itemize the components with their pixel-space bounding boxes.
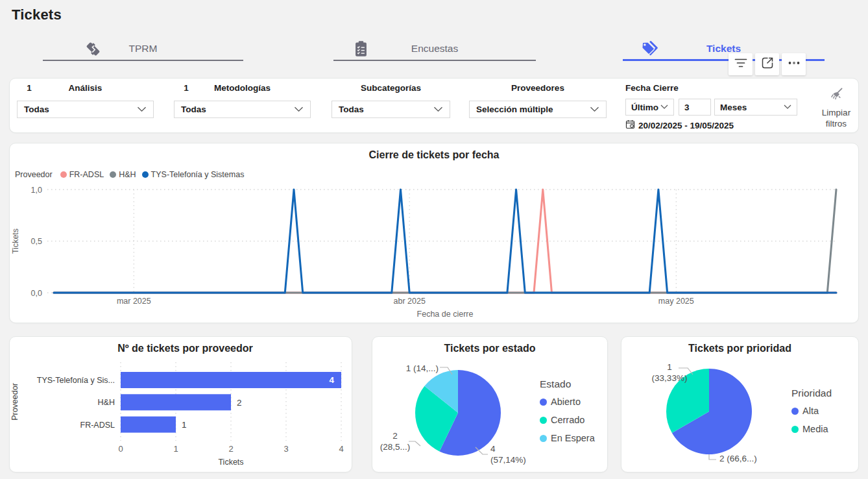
- popout-button[interactable]: [755, 53, 779, 75]
- legend-title: Prioridad: [791, 387, 832, 399]
- clear-filters-label-1: Limpiar: [814, 107, 858, 118]
- filter-icon: [734, 56, 748, 73]
- chevron-down-icon: [137, 106, 147, 112]
- legend-dot: [540, 435, 547, 442]
- pie-estado-callout-enespera: 1 (14,...): [372, 363, 439, 374]
- date-filter: Fecha Cierre Último 3 Meses: [625, 79, 807, 134]
- broom-icon: [828, 86, 844, 104]
- chevron-down-icon: [784, 104, 791, 110]
- pie-estado-callout-cerrado: 2 (28,5...): [375, 430, 415, 452]
- svg-text:1,0: 1,0: [31, 186, 42, 195]
- svg-text:3: 3: [283, 444, 288, 454]
- svg-text:Tickets: Tickets: [218, 458, 243, 467]
- svg-text:0,5: 0,5: [31, 237, 42, 246]
- legend-label: En Espera: [551, 433, 595, 443]
- pie-prioridad-card: Tickets por prioridad 1 (33,33%) 2 (66,6…: [621, 336, 859, 473]
- slicer-analisis: 1 Análisis Todas: [17, 79, 154, 134]
- slicer-subcategorias: Subcategorías Todas: [332, 79, 450, 134]
- fecha-cierre-label: Fecha Cierre: [625, 83, 679, 93]
- proveedores-select[interactable]: Selección múltiple: [469, 101, 607, 118]
- fecha-unit-value: Meses: [720, 103, 747, 112]
- slicer-proveedores: Proveedores Selección múltiple: [469, 79, 607, 134]
- line-chart-card: Cierre de tickets por fecha Proveedor FR…: [9, 143, 859, 323]
- svg-text:may 2025: may 2025: [658, 297, 694, 306]
- fecha-unit-select[interactable]: Meses: [714, 99, 797, 116]
- line-chart-plot[interactable]: 0,00,51,0mar 2025abr 2025may 2025Fecha d…: [10, 143, 860, 324]
- metodologias-select[interactable]: Todas: [174, 101, 311, 118]
- legend-dot: [540, 417, 547, 424]
- filter-bar: 1 Análisis Todas 1 Metodologías Todas Su…: [9, 78, 859, 133]
- chevron-down-icon: [660, 104, 668, 110]
- proveedores-label: Proveedores: [469, 83, 607, 93]
- more-options-icon: [787, 56, 801, 73]
- svg-text:Proveedor: Proveedor: [10, 383, 19, 421]
- svg-text:H&H: H&H: [98, 398, 115, 407]
- tab-tprm[interactable]: TPRM: [43, 34, 243, 61]
- legend-dot: [540, 399, 547, 406]
- date-range: 20/02/2025 - 19/05/2025: [625, 119, 734, 131]
- callout-line: 1: [634, 362, 705, 373]
- legend-label: Alta: [802, 406, 819, 416]
- legend-item: En Espera: [540, 433, 595, 443]
- fecha-number-input[interactable]: 3: [679, 99, 711, 116]
- pie-prioridad-legend: Prioridad Alta Media: [791, 387, 832, 442]
- filter-button[interactable]: [729, 53, 753, 75]
- callout-line: (28,5...): [375, 441, 415, 452]
- pie-estado-legend: Estado Abierto Cerrado En Espera: [540, 378, 595, 451]
- bar-chart-card: Nº de tickets por proveedor 01234TYS-Tel…: [9, 336, 352, 473]
- subcategorias-label: Subcategorías: [332, 83, 450, 93]
- legend-item: Media: [791, 424, 832, 434]
- legend-item: Abierto: [540, 397, 595, 407]
- date-range-text: 20/02/2025 - 19/05/2025: [638, 121, 734, 130]
- subcategorias-select[interactable]: Todas: [332, 101, 450, 118]
- fecha-mode-select[interactable]: Último: [625, 99, 674, 116]
- svg-text:1: 1: [182, 420, 187, 430]
- legend-label: Media: [802, 424, 828, 434]
- tab-encuestas[interactable]: Encuestas: [333, 34, 536, 61]
- svg-text:4: 4: [329, 375, 334, 385]
- clear-filters-button[interactable]: Limpiar filtros: [814, 86, 858, 129]
- svg-text:1: 1: [173, 444, 178, 454]
- chevron-down-icon: [294, 106, 304, 112]
- legend-title: Estado: [540, 378, 595, 390]
- metodologias-label: Metodologías: [174, 83, 311, 93]
- legend-dot: [791, 426, 799, 433]
- page-title: Tickets: [12, 6, 62, 23]
- analisis-select[interactable]: Todas: [17, 101, 154, 118]
- svg-text:2: 2: [237, 398, 242, 408]
- proveedores-select-value: Selección múltiple: [476, 104, 553, 114]
- pie-prioridad-callout-alta: 2 (66,6...): [719, 453, 797, 464]
- pie-prioridad-callout-media: 1 (33,33%): [634, 362, 705, 384]
- pie-estado-card: Tickets por estado 1 (14,...) 2 (28,5...…: [372, 336, 608, 473]
- legend-item: Alta: [791, 406, 832, 416]
- svg-text:FR-ADSL: FR-ADSL: [80, 421, 115, 430]
- fecha-mode-value: Último: [631, 103, 658, 112]
- svg-text:4: 4: [339, 444, 343, 454]
- legend-item: Cerrado: [540, 415, 595, 425]
- metodologias-select-value: Todas: [181, 104, 206, 114]
- calendar-icon: [625, 119, 635, 131]
- chevron-down-icon: [590, 106, 599, 112]
- svg-text:Fecha de cierre: Fecha de cierre: [417, 310, 474, 319]
- bar-chart-plot[interactable]: 01234TYS-Telefonía y Sis...4H&H2FR-ADSL1…: [10, 337, 353, 473]
- legend-label: Cerrado: [551, 415, 585, 425]
- svg-text:TYS-Telefonía y Sis...: TYS-Telefonía y Sis...: [37, 376, 115, 385]
- svg-text:0,0: 0,0: [31, 289, 42, 298]
- slicer-metodologias: 1 Metodologías Todas: [174, 79, 311, 134]
- svg-text:mar 2025: mar 2025: [117, 297, 151, 306]
- callout-line: (57,14%): [490, 454, 562, 465]
- clear-filters-label-2: filtros: [814, 118, 858, 129]
- svg-text:2: 2: [228, 444, 233, 454]
- svg-text:0: 0: [118, 444, 123, 454]
- more-options-button[interactable]: [782, 53, 806, 75]
- chevron-down-icon: [433, 106, 443, 112]
- tab-tprm-label: TPRM: [43, 43, 243, 55]
- subcategorias-select-value: Todas: [339, 104, 364, 114]
- callout-line: (33,33%): [634, 373, 705, 384]
- tab-encuestas-label: Encuestas: [333, 43, 536, 55]
- legend-label: Abierto: [551, 397, 581, 407]
- fecha-number-value: 3: [684, 103, 690, 112]
- svg-text:abr 2025: abr 2025: [394, 297, 426, 306]
- callout-line: 2: [375, 430, 415, 441]
- legend-dot: [791, 408, 799, 415]
